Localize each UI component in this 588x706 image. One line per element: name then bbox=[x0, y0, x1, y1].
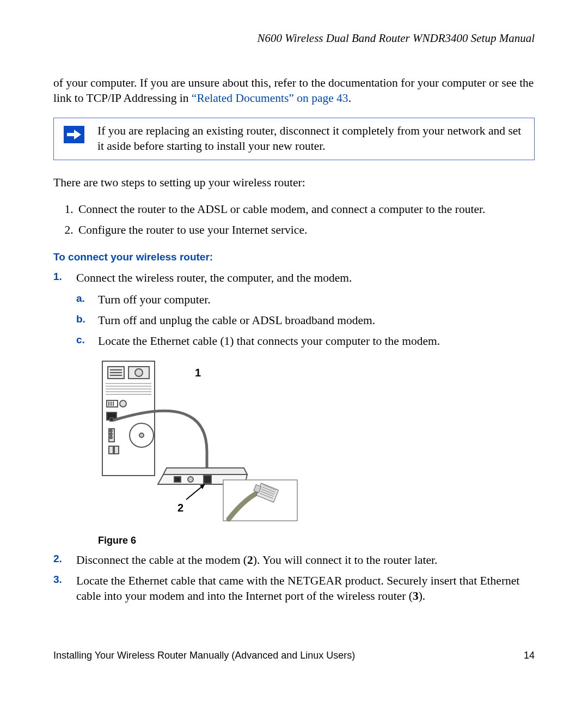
svg-point-23 bbox=[110, 436, 112, 439]
note-text: If you are replacing an existing router,… bbox=[97, 124, 528, 154]
svg-rect-28 bbox=[174, 477, 181, 482]
text-segment: Locate the Ethernet cable that came with… bbox=[76, 574, 519, 602]
list-item-text: Turn off and unplug the cable or ADSL br… bbox=[98, 314, 375, 327]
svg-rect-30 bbox=[204, 476, 211, 483]
page-container: N600 Wireless Dual Band Router WNDR3400 … bbox=[0, 0, 588, 706]
note-box: If you are replacing an existing router,… bbox=[53, 118, 535, 160]
steps-intro: There are two steps to setting up your w… bbox=[53, 175, 535, 191]
list-item-text: Disconnect the cable at the modem (2). Y… bbox=[76, 553, 437, 567]
svg-point-17 bbox=[120, 400, 126, 407]
figure-6: 1 2 bbox=[98, 359, 299, 525]
svg-rect-24 bbox=[109, 446, 113, 454]
svg-point-29 bbox=[188, 477, 193, 482]
page-header: N600 Wireless Dual Band Router WNDR3400 … bbox=[53, 32, 535, 45]
list-item: Turn off your computer. bbox=[76, 293, 535, 308]
svg-point-27 bbox=[139, 433, 144, 437]
svg-rect-25 bbox=[114, 446, 119, 454]
arrow-right-icon bbox=[64, 126, 84, 143]
list-item-text: Connect the router to the ADSL or cable … bbox=[78, 203, 485, 216]
bold-callout: 2 bbox=[247, 553, 253, 567]
list-item-text: Turn off your computer. bbox=[98, 293, 211, 306]
sub-steps-list: Turn off your computer. Turn off and unp… bbox=[76, 293, 535, 349]
list-item: Turn off and unplug the cable or ADSL br… bbox=[76, 313, 535, 328]
svg-point-22 bbox=[110, 433, 112, 435]
text-segment: ). bbox=[419, 589, 426, 602]
svg-rect-19 bbox=[110, 418, 113, 421]
page-footer: Installing Your Wireless Router Manually… bbox=[53, 650, 535, 661]
section-heading: To connect your wireless router: bbox=[53, 251, 535, 263]
main-steps-list: Connect the wireless router, the compute… bbox=[53, 271, 535, 604]
list-item-text: Configure the router to use your Interne… bbox=[78, 223, 307, 236]
svg-point-7 bbox=[135, 369, 143, 376]
svg-marker-0 bbox=[67, 130, 81, 139]
inset-connector-icon bbox=[223, 480, 297, 521]
intro-paragraph: of your computer. If you are unsure abou… bbox=[53, 76, 535, 106]
footer-section-title: Installing Your Wireless Router Manually… bbox=[53, 650, 355, 661]
list-item: Connect the router to the ADSL or cable … bbox=[76, 202, 535, 217]
list-item: Disconnect the cable at the modem (2). Y… bbox=[53, 553, 535, 568]
intro-text-postlink: . bbox=[348, 92, 351, 105]
figure-label-1: 1 bbox=[195, 367, 201, 379]
text-segment: Disconnect the cable at the modem ( bbox=[76, 553, 247, 567]
list-item: Locate the Ethernet cable (1) that conne… bbox=[76, 334, 535, 349]
bold-callout: 3 bbox=[413, 589, 419, 602]
figure-label-2: 2 bbox=[177, 502, 183, 514]
computer-tower-icon bbox=[102, 361, 155, 476]
list-item: Connect the wireless router, the compute… bbox=[53, 271, 535, 546]
svg-marker-32 bbox=[200, 484, 205, 489]
text-segment: ). You will connect it to the router lat… bbox=[253, 553, 438, 567]
list-item-text: Connect the wireless router, the compute… bbox=[76, 271, 352, 284]
svg-point-21 bbox=[110, 430, 112, 432]
list-item: Locate the Ethernet cable that came with… bbox=[53, 574, 535, 604]
footer-page-number: 14 bbox=[524, 650, 535, 661]
related-documents-link[interactable]: “Related Documents” on page 43 bbox=[192, 92, 348, 105]
list-item: Configure the router to use your Interne… bbox=[76, 223, 535, 238]
list-item-text: Locate the Ethernet cable (1) that conne… bbox=[98, 334, 440, 348]
simple-steps-list: Connect the router to the ADSL or cable … bbox=[53, 202, 535, 238]
list-item-text: Locate the Ethernet cable that came with… bbox=[76, 574, 519, 602]
figure-caption: Figure 6 bbox=[98, 535, 535, 546]
